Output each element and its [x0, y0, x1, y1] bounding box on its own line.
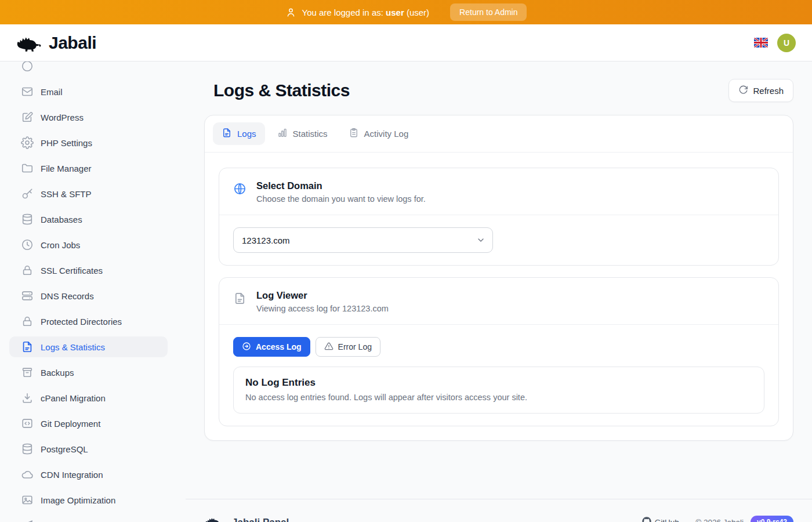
- page-title: Logs & Statistics: [213, 81, 350, 100]
- file-text-icon: [21, 340, 34, 353]
- sidebar-item-backups[interactable]: Backups: [9, 362, 168, 383]
- sidebar-item-ssh-sftp[interactable]: SSH & SFTP: [9, 183, 168, 204]
- app-header: Jabali U: [0, 24, 812, 61]
- file-text-icon: [233, 292, 246, 313]
- alert-triangle-icon: [324, 342, 334, 353]
- sidebar-item-postgresql[interactable]: PostgreSQL: [9, 438, 168, 459]
- version-badge: v0.9-rc42: [751, 516, 793, 522]
- sidebar-item-label: DNS Records: [41, 291, 94, 301]
- empty-state-message: No access log entries found. Logs will a…: [245, 393, 752, 402]
- sidebar-item-clipped[interactable]: [9, 61, 168, 77]
- logged-in-username: user: [386, 8, 404, 17]
- footer-brand-name: Jabali Panel: [232, 517, 289, 522]
- image-icon: [21, 494, 34, 506]
- sidebar-item-label: Backups: [41, 368, 74, 378]
- code-icon: [21, 417, 34, 430]
- send-icon: [21, 519, 34, 522]
- gear-icon: [21, 136, 34, 149]
- sidebar-item-git-deployment[interactable]: Git Deployment: [9, 413, 168, 434]
- user-icon: [285, 7, 296, 18]
- logs-panel: Logs Statistics Activity Log: [204, 115, 793, 441]
- user-avatar[interactable]: U: [777, 34, 796, 52]
- sidebar-item-logs-statistics[interactable]: Logs & Statistics: [9, 336, 168, 357]
- sidebar-item-file-manager[interactable]: File Manager: [9, 158, 168, 179]
- access-log-button[interactable]: Access Log: [233, 337, 310, 357]
- logged-in-role: (user): [407, 8, 429, 17]
- lock-icon: [21, 264, 34, 277]
- sidebar-item-label: Protected Directories: [41, 317, 122, 327]
- sidebar-item-label: File Manager: [41, 164, 92, 173]
- log-viewer-card: Log Viewer Viewing access log for 123123…: [219, 277, 779, 426]
- github-label: GitHub: [655, 518, 679, 522]
- tab-label: Statistics: [293, 129, 328, 139]
- clipped-menu-icon: [21, 61, 34, 72]
- sidebar-item-image-optimization[interactable]: Image Optimization: [9, 490, 168, 510]
- sidebar-item-protected-directories[interactable]: Protected Directories: [9, 311, 168, 332]
- sidebar-item-label: Logs & Statistics: [41, 342, 105, 352]
- sidebar-item-label: CDN Integration: [41, 470, 103, 480]
- brand: Jabali: [15, 31, 96, 55]
- empty-state-title: No Log Entries: [245, 377, 752, 389]
- key-icon: [21, 187, 34, 200]
- tab-label: Activity Log: [364, 129, 409, 139]
- select-domain-title: Select Domain: [256, 180, 426, 191]
- sidebar-item-ssl-certificates[interactable]: SSL Certificates: [9, 260, 168, 281]
- arrow-right-circle-icon: [242, 342, 251, 353]
- refresh-icon: [738, 85, 748, 96]
- globe-icon: [233, 182, 246, 204]
- sidebar-item-php-settings[interactable]: PHP Settings: [9, 132, 168, 153]
- clock-icon: [21, 238, 34, 251]
- access-log-label: Access Log: [256, 342, 302, 351]
- sidebar-item-cpanel-migration[interactable]: cPanel Migration: [9, 387, 168, 408]
- error-log-button[interactable]: Error Log: [316, 337, 380, 357]
- github-link[interactable]: GitHub: [642, 517, 679, 522]
- archive-icon: [21, 366, 34, 379]
- sidebar-item-email[interactable]: Email: [9, 81, 168, 102]
- sidebar-item-label: Email: [41, 87, 63, 97]
- tab-bar: Logs Statistics Activity Log: [205, 115, 793, 153]
- no-log-entries-box: No Log Entries No access log entries fou…: [233, 367, 764, 414]
- clipboard-icon: [349, 128, 359, 140]
- folder-icon: [21, 162, 34, 175]
- select-domain-card: Select Domain Choose the domain you want…: [219, 168, 779, 266]
- domain-select[interactable]: 123123.com: [233, 227, 493, 253]
- tab-activity-log[interactable]: Activity Log: [340, 122, 418, 145]
- dot-separator: ·: [686, 518, 689, 522]
- cloud-icon: [21, 468, 34, 481]
- main-content: Logs & Statistics Refresh Logs: [186, 61, 812, 522]
- language-flag-icon[interactable]: [754, 38, 768, 48]
- copyright-text: © 2026 Jabali: [695, 518, 744, 522]
- tab-logs[interactable]: Logs: [213, 122, 265, 145]
- error-log-label: Error Log: [338, 342, 372, 351]
- sidebar-item-label: PostgreSQL: [41, 444, 88, 454]
- sidebar-item-databases[interactable]: Databases: [9, 209, 168, 230]
- brand-title: Jabali: [49, 33, 96, 53]
- log-viewer-title: Log Viewer: [256, 290, 389, 301]
- edit-icon: [21, 111, 34, 124]
- refresh-label: Refresh: [753, 86, 784, 96]
- logged-in-message: You are logged in as: user (user): [302, 8, 430, 17]
- refresh-button[interactable]: Refresh: [728, 79, 793, 102]
- download-icon: [21, 392, 34, 404]
- boar-logo-icon: [204, 514, 224, 522]
- sidebar-item-mailing-lists[interactable]: Mailing Lists: [9, 515, 168, 522]
- github-icon: [642, 517, 651, 522]
- tab-label: Logs: [237, 129, 256, 139]
- tab-statistics[interactable]: Statistics: [269, 122, 336, 145]
- sidebar-item-label: SSH & SFTP: [41, 189, 92, 199]
- sidebar-item-label: SSL Certificates: [41, 266, 103, 276]
- sidebar-item-label: PHP Settings: [41, 138, 92, 148]
- sidebar-item-cdn-integration[interactable]: CDN Integration: [9, 464, 168, 485]
- sidebar-item-label: Databases: [41, 215, 82, 224]
- impersonation-bar: You are logged in as: user (user) Return…: [0, 0, 812, 24]
- sidebar-item-wordpress[interactable]: WordPress: [9, 107, 168, 128]
- sidebar: Email WordPress PHP Settings File Manage…: [0, 61, 186, 522]
- mail-icon: [21, 85, 34, 98]
- footer: Jabali Panel GitHub · © 2026 Jabali v0.9…: [186, 499, 812, 522]
- return-to-admin-button[interactable]: Return to Admin: [450, 3, 527, 21]
- sidebar-item-label: WordPress: [41, 113, 84, 122]
- boar-logo-icon: [15, 31, 43, 55]
- sidebar-item-label: Git Deployment: [41, 419, 100, 429]
- sidebar-item-cron-jobs[interactable]: Cron Jobs: [9, 234, 168, 255]
- sidebar-item-dns-records[interactable]: DNS Records: [9, 285, 168, 306]
